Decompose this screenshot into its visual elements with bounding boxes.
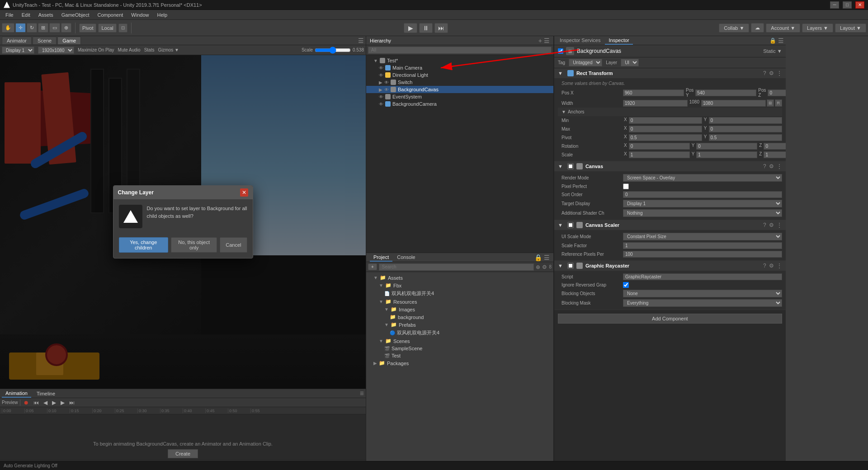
menu-gameobject[interactable]: GameObject <box>58 11 93 19</box>
canvas-header[interactable]: ▼ Canvas ? ⚙ ⋮ <box>554 161 786 171</box>
pos-z-input[interactable] <box>768 89 785 96</box>
tool-rotate[interactable]: ↻ <box>27 23 37 33</box>
target-display-select[interactable]: Display 1 <box>623 200 782 207</box>
collab-button[interactable]: Collab ▼ <box>719 24 749 33</box>
hierarchy-item-test[interactable]: ▼ Test* <box>366 57 553 64</box>
tool-hand[interactable]: ✋ <box>2 23 14 33</box>
project-item-prefab-item[interactable]: 🔵 双风机双电源开关4 <box>366 329 553 337</box>
inspector-lock-icon[interactable]: 🔒 <box>769 38 776 44</box>
project-item-images[interactable]: ▼ 📁 Images <box>366 306 553 313</box>
layout-button[interactable]: Layout ▼ <box>835 24 866 33</box>
project-item-fbx-item[interactable]: 📄 双风机双电源开关4 <box>366 289 553 298</box>
menu-assets[interactable]: Assets <box>35 11 57 19</box>
cloud-button[interactable]: ☁ <box>751 23 764 33</box>
menu-file[interactable]: File <box>2 11 17 19</box>
hierarchy-item-eventsystem[interactable]: 👁 EventSystem <box>366 93 553 100</box>
rot-z-input[interactable] <box>764 143 785 150</box>
pivot-y-input[interactable] <box>709 134 782 141</box>
anim-first-button[interactable]: ⏮ <box>32 399 40 406</box>
project-item-assets[interactable]: ▼ 📁 Assets <box>366 274 553 282</box>
scale-z-input[interactable] <box>764 151 785 158</box>
rect-transform-more-icon[interactable]: ⋮ <box>777 70 782 76</box>
hierarchy-item-bg-camera[interactable]: 👁 BackgroundCamera <box>366 100 553 108</box>
anim-last-button[interactable]: ⏭ <box>68 399 76 406</box>
anim-prev-button[interactable]: ◀ <box>42 399 49 406</box>
project-item-packages[interactable]: ▶ 📁 Packages <box>366 359 553 367</box>
blocking-objects-select[interactable]: None <box>623 290 782 297</box>
scale-y-input[interactable] <box>696 151 757 158</box>
static-label[interactable]: Static ▼ <box>763 48 782 54</box>
anim-record-button[interactable]: ⏺ <box>22 399 30 406</box>
size-lock-button[interactable]: ⊞ <box>767 99 774 107</box>
hierarchy-search[interactable] <box>368 47 552 54</box>
tab-animation[interactable]: Animation <box>2 390 31 398</box>
canvas-more-icon[interactable]: ⋮ <box>777 163 782 169</box>
pivot-x-input[interactable] <box>629 134 702 141</box>
canvas-enable-box[interactable] <box>567 163 574 169</box>
graphic-raycaster-settings-icon[interactable]: ⚙ <box>769 263 774 269</box>
play-button[interactable]: ▶ <box>404 23 417 33</box>
rot-y-input[interactable] <box>696 143 757 150</box>
menu-edit[interactable]: Edit <box>18 11 34 19</box>
render-mode-select[interactable]: Screen Space - Overlay <box>623 174 782 182</box>
menu-help[interactable]: Help <box>153 11 171 19</box>
anchor-min-y-input[interactable] <box>709 117 782 124</box>
tool-move[interactable]: ✛ <box>15 23 26 33</box>
tool-rect[interactable]: ▭ <box>49 23 60 33</box>
hierarchy-item-main-camera[interactable]: 👁 Main Camera <box>366 64 553 71</box>
anchor-max-x-input[interactable] <box>629 126 702 132</box>
cancel-button[interactable]: Cancel <box>220 237 247 253</box>
canvas-scaler-more-icon[interactable]: ⋮ <box>777 222 782 228</box>
canvas-help-icon[interactable]: ? <box>763 163 766 169</box>
project-item-fbx[interactable]: ▼ 📁 Fbx <box>366 282 553 289</box>
menu-component[interactable]: Component <box>94 11 127 19</box>
shader-channel-select[interactable]: Nothing <box>623 209 782 217</box>
pivot-button[interactable]: Pivot <box>79 24 96 33</box>
layer-select[interactable]: UI <box>621 59 639 66</box>
scale-slider[interactable] <box>315 47 351 54</box>
yes-change-children-button[interactable]: Yes, change children <box>119 237 168 253</box>
hierarchy-item-background-cavas[interactable]: ▶ 👁 BackgroundCavas <box>366 86 553 93</box>
project-item-scenes[interactable]: ▼ 📁 Scenes <box>366 337 553 345</box>
hierarchy-item-directional-light[interactable]: 👁 Directional Light <box>366 71 553 79</box>
tab-timeline[interactable]: Timeline <box>33 390 59 397</box>
gizmos-label[interactable]: Gizmos ▼ <box>158 47 179 52</box>
minimize-button[interactable]: ─ <box>830 1 839 9</box>
tab-scene[interactable]: Scene <box>33 37 57 44</box>
inspector-menu-icon[interactable]: ☰ <box>778 37 784 44</box>
anchor-min-x-input[interactable] <box>629 117 702 124</box>
tab-inspector[interactable]: Inspector <box>605 37 632 45</box>
pos-x-input[interactable] <box>623 89 684 96</box>
scale-x-input[interactable] <box>629 151 690 158</box>
rect-transform-header[interactable]: ▼ Rect Transform ? ⚙ ⋮ <box>554 68 786 78</box>
display-select[interactable]: Display 1 <box>2 47 34 54</box>
rot-x-input[interactable] <box>629 143 690 150</box>
script-input[interactable] <box>623 273 782 280</box>
rect-transform-help-icon[interactable]: ? <box>763 70 766 76</box>
pos-y-input[interactable] <box>695 89 756 96</box>
project-item-sample-scene[interactable]: 🎬 SampleScene <box>366 345 553 352</box>
sort-order-input[interactable] <box>623 191 782 198</box>
resolution-select[interactable]: 1920x1080 <box>38 47 74 54</box>
modal-close-button[interactable]: ✕ <box>240 188 248 197</box>
add-component-button[interactable]: Add Component <box>558 314 782 324</box>
project-settings-icon[interactable]: ⚙ <box>542 264 547 270</box>
anim-next-button[interactable]: ▶ <box>59 399 66 406</box>
ui-scale-select[interactable]: Constant Pixel Size <box>623 233 782 240</box>
anim-panel-menu[interactable]: ☰ <box>360 391 364 396</box>
project-search[interactable] <box>379 263 534 271</box>
canvas-scaler-help-icon[interactable]: ? <box>763 222 766 228</box>
project-menu-icon[interactable]: ☰ <box>544 254 550 261</box>
graphic-raycaster-help-icon[interactable]: ? <box>763 263 766 269</box>
graphic-raycaster-header[interactable]: ▼ Graphic Raycaster ? ⚙ ⋮ <box>554 261 786 271</box>
graphic-raycaster-more-icon[interactable]: ⋮ <box>777 263 782 269</box>
ignore-reversed-checkbox[interactable] <box>623 282 629 288</box>
maximize-button[interactable]: □ <box>843 1 852 9</box>
tab-project[interactable]: Project <box>370 254 392 262</box>
height-input[interactable] <box>701 100 766 107</box>
no-this-object-only-button[interactable]: No, this object only <box>171 237 217 253</box>
canvas-scaler-header[interactable]: ▼ Canvas Scaler ? ⚙ ⋮ <box>554 220 786 230</box>
close-button[interactable]: ✕ <box>855 1 864 9</box>
size-reset-button[interactable]: R <box>775 99 782 107</box>
tool-scale[interactable]: ⊞ <box>38 23 48 33</box>
